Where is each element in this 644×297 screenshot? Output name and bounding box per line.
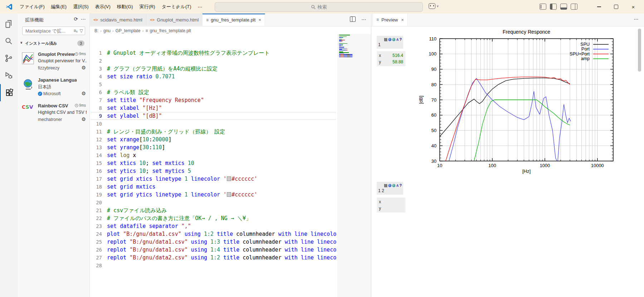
code-line[interactable]: 4set size ratio 0.7071: [90, 73, 175, 81]
tab-scidavis_memo.html[interactable]: <>scidavis_memo.html: [90, 14, 146, 26]
extensions-search-box[interactable]: ≡ₓ ▽: [22, 26, 85, 35]
code-line[interactable]: 12set xrange[10:20000]: [90, 136, 172, 143]
code-line[interactable]: 21# csvファイル読み込み: [90, 206, 167, 214]
code-editor[interactable]: 1# Gnuplot オーディオ帯域の周波数特性グラフ表示テンプレート23# グ…: [90, 34, 337, 297]
plot-buttons[interactable]: 1: [378, 42, 402, 48]
close-icon[interactable]: ×: [258, 17, 261, 23]
filter-icon[interactable]: ▽: [80, 28, 83, 33]
grid-toggle-icon[interactable]: [384, 184, 387, 187]
line-number: 2: [90, 57, 102, 65]
sidebar-item-search[interactable]: [0, 33, 17, 50]
code-line[interactable]: 25replot "B:/gnu/data1.csv" using 1:3 ti…: [90, 238, 337, 246]
menu-item-3[interactable]: 表示(V): [92, 2, 114, 11]
gear-icon[interactable]: ⚙: [81, 116, 86, 122]
tab-preview[interactable]: ≡ Preview ×: [372, 14, 408, 26]
search-command-center[interactable]: 検索: [215, 2, 423, 12]
more-actions-icon[interactable]: ⋯: [81, 16, 86, 22]
code-line[interactable]: 1# Gnuplot オーディオ帯域の周波数特性グラフ表示テンプレート: [90, 49, 270, 57]
code-token: set mxtics: [152, 160, 187, 166]
code-line[interactable]: 5: [90, 81, 107, 88]
code-line[interactable]: 10: [90, 120, 107, 128]
extension-item-0[interactable]: Gnuplot Preview9msGnuplot perviewer for …: [18, 49, 89, 75]
refresh-icon[interactable]: ⟳: [74, 16, 78, 22]
menu-item-2[interactable]: 選択(S): [70, 2, 92, 11]
nav-forward-icon[interactable]: →: [183, 3, 191, 11]
clear-filter-icon[interactable]: ≡ₓ: [74, 28, 78, 33]
menu-item-4[interactable]: 移動(G): [114, 2, 136, 11]
zoom-in-icon[interactable]: [388, 184, 391, 187]
zoom-out-icon[interactable]: [392, 38, 395, 41]
breadcrumb-item[interactable]: B:: [94, 28, 98, 33]
autoscale-icon[interactable]: A: [396, 183, 399, 188]
code-line[interactable]: 9set ylabel "[dB]": [90, 112, 162, 120]
installed-section-header[interactable]: ∨ インストール済み 3: [18, 39, 89, 48]
code-line[interactable]: 8set xlabel "[Hz]": [90, 104, 162, 112]
more-actions-icon[interactable]: ⋯: [634, 16, 639, 22]
zoom-in-icon[interactable]: [388, 38, 391, 41]
autoscale-icon[interactable]: A: [396, 37, 399, 42]
maximize-button[interactable]: [608, 0, 625, 14]
more-actions-icon[interactable]: ⋯: [361, 16, 366, 22]
gear-icon[interactable]: ⚙: [81, 65, 86, 70]
code-line[interactable]: 16set ytics 10; set mytics 5: [90, 167, 191, 175]
sidebar-item-source-control[interactable]: [0, 50, 17, 67]
breadcrumb-item[interactable]: gnu: [103, 28, 111, 33]
customize-layout-icon[interactable]: [540, 4, 546, 10]
code-line[interactable]: 28: [90, 262, 107, 269]
code-line[interactable]: 27replot "B:/gnu/data2.csv" using 1:2 ti…: [90, 254, 337, 262]
code-token: title: [220, 239, 243, 245]
code-line[interactable]: 3# グラフ（グラフ用紙）をA4の縦横比に設定: [90, 65, 218, 73]
nav-back-icon[interactable]: ←: [174, 3, 182, 11]
breadcrumb-item[interactable]: GP_template: [116, 28, 141, 33]
line-number: 20: [90, 199, 102, 206]
code-line[interactable]: 24plot "B:/gnu/data1.csv" using 1:2 titl…: [90, 230, 337, 238]
code-line[interactable]: 13set yrange[30:110]: [90, 143, 165, 151]
help-icon[interactable]: ?: [399, 37, 402, 42]
tab-Gnuplot_memo.html[interactable]: <>Gnuplot_memo.html: [146, 14, 203, 26]
minimap[interactable]: [337, 34, 371, 297]
help-icon[interactable]: ?: [399, 183, 402, 188]
extension-item-1[interactable]: Japanese Language Pa...日本語✓Microsoft⚙: [18, 75, 89, 101]
tab-gnu_fres_template.plt[interactable]: ≡gnu_fres_template.plt×: [203, 14, 265, 26]
toggle-secondary-sidebar-icon[interactable]: [571, 4, 577, 10]
extension-item-2[interactable]: CSVRainbow CSV9msHighlight CSV and TSV f…: [18, 101, 89, 127]
sidebar-item-run-debug[interactable]: [0, 67, 17, 84]
code-line[interactable]: 15set xtics 10; set mxtics 10: [90, 159, 194, 167]
code-line[interactable]: 20: [90, 199, 107, 206]
code-line[interactable]: 14set log x: [90, 151, 136, 159]
code-line[interactable]: 18set grid mxtics: [90, 183, 155, 191]
close-button[interactable]: ×: [625, 0, 642, 14]
menu-item-1[interactable]: 編集(E): [48, 2, 70, 11]
svg-text:70: 70: [431, 97, 436, 103]
grid-toggle-icon[interactable]: [384, 38, 387, 41]
breadcrumb[interactable]: B:›gnu›GP_template›≡gnu_fres_template.pl…: [94, 27, 191, 34]
code-line[interactable]: 26replot "B:/gnu/data1.csv" using 1:4 ti…: [90, 246, 337, 254]
minimize-button[interactable]: [590, 0, 608, 14]
toggle-panel-icon[interactable]: [560, 4, 567, 10]
sidebar-item-explorer[interactable]: [0, 15, 17, 33]
split-editor-icon[interactable]: [350, 16, 356, 22]
extensions-list: Gnuplot Preview9msGnuplot perviewer for …: [18, 49, 89, 127]
code-line[interactable]: 17set grid xtics linetype 1 linecolor '#…: [90, 175, 257, 183]
menu-item-5[interactable]: 実行(R): [136, 2, 158, 11]
code-line[interactable]: 22# ファイルのパスの書き方に注意「OK→ / , NG → ＼¥」: [90, 214, 251, 222]
code-line[interactable]: 2: [90, 57, 107, 65]
code-line[interactable]: 19set grid ytics linetype 1 linecolor '#…: [90, 191, 257, 199]
breadcrumb-item[interactable]: gnu_fres_template.plt: [150, 28, 191, 33]
preview-scrollbar[interactable]: [638, 29, 641, 72]
toggle-sidebar-icon[interactable]: [550, 4, 557, 10]
code-line[interactable]: 6# ラベル類 設定: [90, 88, 149, 96]
code-line[interactable]: 7set title "Frequency Responce": [90, 96, 204, 104]
zoom-out-icon[interactable]: [392, 184, 395, 187]
readout-value: 58.88: [392, 59, 403, 65]
close-icon[interactable]: ×: [401, 17, 404, 23]
gear-icon[interactable]: ⚙: [81, 91, 86, 96]
menu-item-7[interactable]: ⋯: [195, 3, 206, 11]
extensions-search-input[interactable]: [25, 28, 68, 34]
plot-buttons[interactable]: 1 2: [378, 188, 402, 194]
code-line[interactable]: 23set datafile separator ",": [90, 222, 191, 230]
menu-item-0[interactable]: ファイル(F): [16, 2, 48, 11]
sidebar-item-extensions[interactable]: [0, 84, 18, 101]
code-line[interactable]: 11# レンジ・目盛の刻み・グリッド（罫線） 設定: [90, 128, 225, 136]
copilot-button[interactable]: ∨: [429, 3, 439, 9]
